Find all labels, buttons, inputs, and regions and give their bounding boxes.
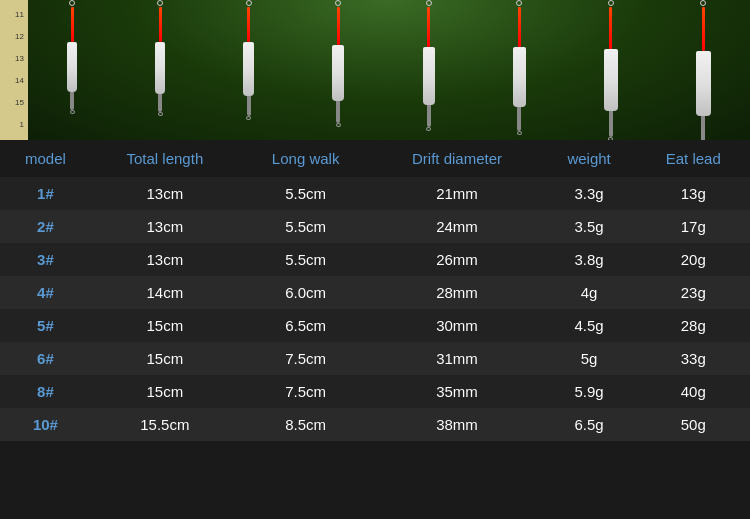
cell-long_walk: 5.5cm — [239, 210, 372, 243]
cell-model: 4# — [0, 276, 91, 309]
col-header-drift-diameter: Drift diameter — [372, 140, 541, 177]
cell-eat_lead: 23g — [637, 276, 751, 309]
cell-model: 8# — [0, 375, 91, 408]
cell-long_walk: 6.5cm — [239, 309, 372, 342]
cell-long_walk: 7.5cm — [239, 375, 372, 408]
table-row: 2#13cm5.5cm24mm3.5g17g — [0, 210, 750, 243]
data-table-section: model Total length Long walk Drift diame… — [0, 140, 750, 441]
float-1 — [67, 0, 77, 114]
ruler: 11 12 13 14 15 1 — [0, 0, 28, 140]
cell-drift_diameter: 24mm — [372, 210, 541, 243]
cell-eat_lead: 13g — [637, 177, 751, 210]
floats-display — [28, 0, 750, 140]
cell-drift_diameter: 21mm — [372, 177, 541, 210]
float-6 — [513, 0, 526, 135]
cell-weight: 4.5g — [542, 309, 637, 342]
cell-weight: 3.5g — [542, 210, 637, 243]
cell-drift_diameter: 28mm — [372, 276, 541, 309]
cell-long_walk: 5.5cm — [239, 177, 372, 210]
cell-total_length: 15cm — [91, 375, 239, 408]
ruler-mark: 13 — [2, 55, 26, 63]
cell-long_walk: 7.5cm — [239, 342, 372, 375]
cell-drift_diameter: 26mm — [372, 243, 541, 276]
cell-weight: 3.3g — [542, 177, 637, 210]
cell-drift_diameter: 31mm — [372, 342, 541, 375]
cell-total_length: 15.5cm — [91, 408, 239, 441]
col-header-weight: weight — [542, 140, 637, 177]
cell-total_length: 13cm — [91, 210, 239, 243]
ruler-mark: 1 — [2, 121, 26, 129]
cell-model: 1# — [0, 177, 91, 210]
cell-eat_lead: 40g — [637, 375, 751, 408]
cell-model: 6# — [0, 342, 91, 375]
table-row: 6#15cm7.5cm31mm5g33g — [0, 342, 750, 375]
ruler-mark: 14 — [2, 77, 26, 85]
specifications-table: model Total length Long walk Drift diame… — [0, 140, 750, 441]
cell-weight: 5g — [542, 342, 637, 375]
product-image: 11 12 13 14 15 1 — [0, 0, 750, 140]
table-row: 3#13cm5.5cm26mm3.8g20g — [0, 243, 750, 276]
table-row: 1#13cm5.5cm21mm3.3g13g — [0, 177, 750, 210]
cell-weight: 5.9g — [542, 375, 637, 408]
table-row: 4#14cm6.0cm28mm4g23g — [0, 276, 750, 309]
cell-drift_diameter: 35mm — [372, 375, 541, 408]
table-row: 5#15cm6.5cm30mm4.5g28g — [0, 309, 750, 342]
cell-total_length: 15cm — [91, 309, 239, 342]
cell-eat_lead: 20g — [637, 243, 751, 276]
cell-eat_lead: 50g — [637, 408, 751, 441]
cell-eat_lead: 33g — [637, 342, 751, 375]
cell-drift_diameter: 30mm — [372, 309, 541, 342]
cell-weight: 4g — [542, 276, 637, 309]
cell-long_walk: 5.5cm — [239, 243, 372, 276]
cell-long_walk: 6.0cm — [239, 276, 372, 309]
cell-model: 3# — [0, 243, 91, 276]
ruler-mark: 15 — [2, 99, 26, 107]
cell-eat_lead: 17g — [637, 210, 751, 243]
float-8 — [696, 0, 711, 140]
cell-weight: 6.5g — [542, 408, 637, 441]
float-5 — [423, 0, 435, 131]
cell-total_length: 15cm — [91, 342, 239, 375]
col-header-eat-lead: Eat lead — [637, 140, 751, 177]
cell-model: 10# — [0, 408, 91, 441]
cell-drift_diameter: 38mm — [372, 408, 541, 441]
float-7 — [604, 0, 618, 140]
cell-weight: 3.8g — [542, 243, 637, 276]
table-row: 8#15cm7.5cm35mm5.9g40g — [0, 375, 750, 408]
float-4 — [332, 0, 344, 127]
cell-total_length: 14cm — [91, 276, 239, 309]
col-header-model: model — [0, 140, 91, 177]
cell-total_length: 13cm — [91, 243, 239, 276]
ruler-mark: 11 — [2, 11, 26, 19]
cell-total_length: 13cm — [91, 177, 239, 210]
col-header-long-walk: Long walk — [239, 140, 372, 177]
ruler-mark: 12 — [2, 33, 26, 41]
col-header-total-length: Total length — [91, 140, 239, 177]
float-2 — [155, 0, 165, 116]
cell-model: 5# — [0, 309, 91, 342]
cell-long_walk: 8.5cm — [239, 408, 372, 441]
float-3 — [243, 0, 254, 120]
table-row: 10#15.5cm8.5cm38mm6.5g50g — [0, 408, 750, 441]
cell-eat_lead: 28g — [637, 309, 751, 342]
table-header-row: model Total length Long walk Drift diame… — [0, 140, 750, 177]
cell-model: 2# — [0, 210, 91, 243]
